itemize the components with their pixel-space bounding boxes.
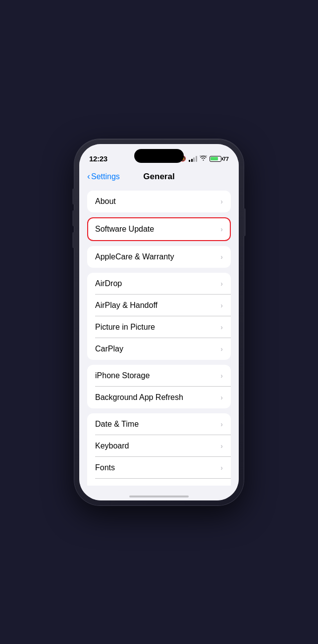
software-update-label: Software Update — [95, 225, 154, 234]
wifi-icon — [200, 155, 207, 162]
keyboard-chevron-icon: › — [220, 442, 223, 450]
settings-section-1: About › — [87, 191, 231, 212]
settings-section-applecare: AppleCare & Warranty › — [87, 246, 231, 268]
signal-bar-1 — [189, 160, 190, 162]
settings-item-background-refresh[interactable]: Background App Refresh › — [87, 387, 231, 408]
background-refresh-chevron-icon: › — [220, 394, 223, 401]
pip-chevron-icon: › — [220, 323, 223, 331]
battery-icon: 77 — [210, 156, 229, 162]
applecare-label: AppleCare & Warranty — [95, 252, 174, 261]
phone-screen: 12:23 🔕 — [79, 144, 239, 500]
battery-fill — [211, 157, 218, 160]
iphone-storage-label: iPhone Storage — [95, 371, 150, 380]
bottom-bar — [79, 486, 239, 500]
settings-item-carplay[interactable]: CarPlay › — [87, 338, 231, 360]
about-label: About — [95, 197, 116, 206]
status-time: 12:23 — [89, 154, 107, 163]
battery-percentage: 77 — [223, 156, 229, 162]
airplay-label: AirPlay & Handoff — [95, 301, 158, 310]
signal-bar-2 — [191, 159, 193, 162]
fonts-label: Fonts — [95, 463, 115, 472]
settings-item-about[interactable]: About › — [87, 191, 231, 212]
carplay-chevron-icon: › — [220, 345, 223, 353]
keyboard-label: Keyboard — [95, 442, 129, 450]
settings-item-date-time[interactable]: Date & Time › — [87, 413, 231, 435]
back-chevron-icon: ‹ — [87, 171, 90, 182]
battery-body — [210, 156, 221, 162]
settings-item-iphone-storage[interactable]: iPhone Storage › — [87, 365, 231, 387]
settings-item-keyboard[interactable]: Keyboard › — [87, 435, 231, 457]
settings-section-storage-group: iPhone Storage › Background App Refresh … — [87, 365, 231, 408]
carplay-label: CarPlay — [95, 345, 123, 353]
airdrop-label: AirDrop — [95, 279, 122, 288]
settings-section-datetime-group: Date & Time › Keyboard › Fonts › Languag… — [87, 413, 231, 493]
signal-bar-3 — [193, 157, 195, 162]
settings-item-airdrop[interactable]: AirDrop › — [87, 273, 231, 295]
status-icons: 🔕 — [179, 155, 229, 162]
date-time-label: Date & Time — [95, 420, 139, 429]
nav-header: ‹ Settings General — [79, 168, 239, 186]
about-chevron-icon: › — [220, 198, 223, 205]
back-button[interactable]: ‹ Settings — [87, 171, 120, 182]
settings-item-airplay[interactable]: AirPlay & Handoff › — [87, 295, 231, 316]
settings-item-software-update[interactable]: Software Update › — [88, 218, 230, 240]
fonts-chevron-icon: › — [220, 464, 223, 472]
home-indicator — [129, 495, 189, 497]
dynamic-island — [134, 149, 184, 163]
back-label: Settings — [91, 172, 120, 181]
software-update-chevron-icon: › — [220, 225, 223, 233]
pip-label: Picture in Picture — [95, 323, 155, 332]
phone-frame: 12:23 🔕 — [74, 139, 244, 505]
iphone-storage-chevron-icon: › — [220, 372, 223, 380]
background-refresh-label: Background App Refresh — [95, 393, 183, 402]
settings-section-software-update: Software Update › — [87, 217, 231, 241]
airplay-chevron-icon: › — [220, 301, 223, 309]
settings-item-fonts[interactable]: Fonts › — [87, 457, 231, 479]
date-time-chevron-icon: › — [220, 420, 223, 428]
settings-content: About › Software Update › AppleCare & Wa… — [79, 186, 239, 493]
airdrop-chevron-icon: › — [220, 280, 223, 288]
signal-bar-4 — [196, 156, 197, 162]
settings-item-pip[interactable]: Picture in Picture › — [87, 316, 231, 338]
settings-section-airdrop-group: AirDrop › AirPlay & Handoff › Picture in… — [87, 273, 231, 360]
applecare-chevron-icon: › — [220, 253, 223, 261]
page-title: General — [143, 172, 174, 182]
settings-item-applecare[interactable]: AppleCare & Warranty › — [87, 246, 231, 268]
signal-bars-icon — [189, 156, 197, 162]
